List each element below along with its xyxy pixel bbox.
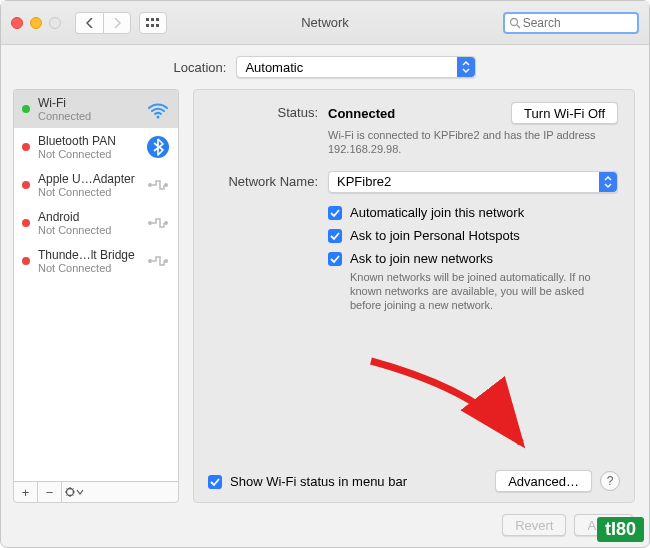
- show-status-label: Show Wi-Fi status in menu bar: [230, 474, 407, 489]
- ask-hotspot-checkbox[interactable]: Ask to join Personal Hotspots: [328, 228, 618, 243]
- sidebar-item-bluetooth-pan[interactable]: Bluetooth PAN Not Connected: [14, 128, 178, 166]
- window-controls: [11, 17, 61, 29]
- sidebar-item-label: Apple U…Adapter: [38, 172, 138, 186]
- sidebar-panel: Wi-Fi Connected Bluetooth PAN Not Connec…: [1, 89, 179, 503]
- location-row: Location: Automatic: [1, 45, 649, 89]
- titlebar: Network: [1, 1, 649, 45]
- sidebar-item-label: Android: [38, 210, 138, 224]
- svg-point-14: [148, 259, 152, 263]
- status-dot-icon: [22, 105, 30, 113]
- service-action-menu[interactable]: [62, 482, 86, 502]
- location-label: Location:: [174, 60, 227, 75]
- svg-point-6: [511, 18, 518, 25]
- wifi-icon: [146, 97, 170, 121]
- window-title: Network: [301, 15, 349, 30]
- back-button[interactable]: [75, 12, 103, 34]
- search-field[interactable]: [503, 12, 639, 34]
- status-subtext: Wi-Fi is connected to KPFibre2 and has t…: [328, 128, 618, 157]
- ask-new-checkbox[interactable]: Ask to join new networks: [328, 251, 618, 266]
- nav-back-forward: [75, 12, 131, 34]
- sidebar-item-status: Not Connected: [38, 186, 138, 198]
- auto-join-label: Automatically join this network: [350, 205, 524, 220]
- sidebar-item-status: Not Connected: [38, 224, 138, 236]
- checkmark-icon: [328, 252, 342, 266]
- sidebar-item-wifi[interactable]: Wi-Fi Connected: [14, 90, 178, 128]
- svg-rect-3: [146, 24, 149, 27]
- sidebar-item-status: Not Connected: [38, 262, 138, 274]
- watermark: tI80: [597, 517, 644, 542]
- ask-hotspot-label: Ask to join Personal Hotspots: [350, 228, 520, 243]
- dropdown-arrows-icon: [599, 172, 617, 192]
- dropdown-arrows-icon: [457, 57, 475, 77]
- svg-point-10: [148, 183, 152, 187]
- status-value: Connected: [328, 106, 395, 121]
- ethernet-icon: [146, 249, 170, 273]
- status-label: Status:: [210, 102, 328, 120]
- show-status-checkbox[interactable]: Show Wi-Fi status in menu bar: [208, 474, 407, 489]
- window-footer: Revert Apply: [1, 503, 649, 547]
- sidebar-item-label: Wi-Fi: [38, 96, 138, 110]
- checkmark-icon: [208, 475, 222, 489]
- turn-wifi-off-button[interactable]: Turn Wi-Fi Off: [511, 102, 618, 124]
- network-name-value: KPFibre2: [337, 174, 391, 189]
- window: Network Location: Automatic Wi-Fi Connec…: [0, 0, 650, 548]
- status-dot-icon: [22, 219, 30, 227]
- remove-service-button[interactable]: −: [38, 482, 62, 502]
- sidebar-item-label: Bluetooth PAN: [38, 134, 138, 148]
- sidebar-item-android[interactable]: Android Not Connected: [14, 204, 178, 242]
- detail-panel: Status: Connected Turn Wi-Fi Off Wi-Fi i…: [193, 89, 635, 503]
- close-button[interactable]: [11, 17, 23, 29]
- help-button[interactable]: ?: [600, 471, 620, 491]
- sidebar-item-status: Not Connected: [38, 148, 138, 160]
- ethernet-icon: [146, 173, 170, 197]
- svg-rect-4: [151, 24, 154, 27]
- revert-button[interactable]: Revert: [502, 514, 566, 536]
- forward-button[interactable]: [103, 12, 131, 34]
- status-dot-icon: [22, 143, 30, 151]
- svg-line-7: [517, 25, 520, 28]
- sidebar-footer: + −: [13, 481, 179, 503]
- show-all-button[interactable]: [139, 12, 167, 34]
- bluetooth-icon: [146, 135, 170, 159]
- svg-rect-0: [146, 18, 149, 21]
- minimize-button[interactable]: [30, 17, 42, 29]
- sidebar-item-thunderbolt-bridge[interactable]: Thunde…lt Bridge Not Connected: [14, 242, 178, 280]
- location-dropdown[interactable]: Automatic: [236, 56, 476, 78]
- svg-point-12: [148, 221, 152, 225]
- svg-rect-1: [151, 18, 154, 21]
- advanced-button[interactable]: Advanced…: [495, 470, 592, 492]
- network-name-label: Network Name:: [210, 171, 328, 189]
- sidebar-item-label: Thunde…lt Bridge: [38, 248, 138, 262]
- svg-rect-2: [156, 18, 159, 21]
- ask-new-label: Ask to join new networks: [350, 251, 493, 266]
- service-list[interactable]: Wi-Fi Connected Bluetooth PAN Not Connec…: [13, 89, 179, 481]
- checkmark-icon: [328, 206, 342, 220]
- status-dot-icon: [22, 257, 30, 265]
- add-service-button[interactable]: +: [14, 482, 38, 502]
- search-input[interactable]: [523, 16, 633, 30]
- sidebar-item-apple-adapter[interactable]: Apple U…Adapter Not Connected: [14, 166, 178, 204]
- ethernet-icon: [146, 211, 170, 235]
- zoom-button: [49, 17, 61, 29]
- svg-rect-5: [156, 24, 159, 27]
- main-area: Wi-Fi Connected Bluetooth PAN Not Connec…: [1, 89, 649, 503]
- status-dot-icon: [22, 181, 30, 189]
- sidebar-item-status: Connected: [38, 110, 138, 122]
- location-value: Automatic: [245, 60, 303, 75]
- ask-new-help: Known networks will be joined automatica…: [350, 270, 618, 313]
- auto-join-checkbox[interactable]: Automatically join this network: [328, 205, 618, 220]
- network-name-dropdown[interactable]: KPFibre2: [328, 171, 618, 193]
- svg-point-8: [157, 116, 160, 119]
- checkmark-icon: [328, 229, 342, 243]
